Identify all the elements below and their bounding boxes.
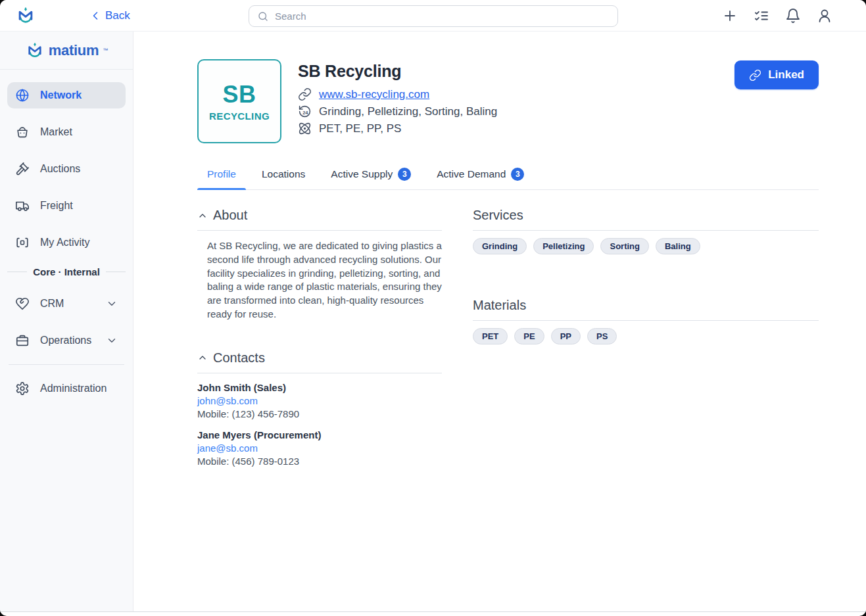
tab-label: Active Demand — [437, 168, 506, 180]
tab-active-demand[interactable]: Active Demand 3 — [427, 164, 534, 189]
link-icon — [298, 87, 312, 101]
contact-entry: John Smith (Sales) john@sb.com Mobile: (… — [197, 381, 442, 421]
left-column: About At SB Recycling, we are dedicated … — [197, 208, 442, 468]
search-box[interactable] — [249, 5, 618, 27]
sidebar-item-auctions[interactable]: Auctions — [7, 156, 126, 182]
tab-label: Locations — [262, 168, 305, 180]
about-text: At SB Recycling, we are dedicated to giv… — [207, 239, 442, 321]
matium-logo-icon — [15, 5, 36, 26]
materials-summary-row: PET, PE, PP, PS — [298, 122, 497, 135]
service-chip: Baling — [656, 238, 700, 254]
contact-entry: Jane Myers (Procurement) jane@sb.com Mob… — [197, 429, 442, 468]
service-chip: Pelletizing — [533, 238, 594, 254]
sidebar-divider — [9, 364, 124, 365]
search-input[interactable] — [275, 11, 610, 22]
brand-trademark: ™ — [103, 47, 108, 53]
section-divider — [473, 230, 819, 231]
services-section: Services Grinding Pelletizing Sorting Ba… — [473, 208, 819, 254]
add-button[interactable] — [722, 8, 738, 24]
tab-bar: Profile Locations Active Supply 3 Active… — [197, 164, 819, 190]
tasks-button[interactable] — [754, 8, 769, 24]
account-button[interactable] — [817, 8, 832, 24]
material-chip: PS — [587, 328, 617, 344]
rotate-24-icon: 24 — [298, 105, 312, 118]
section-label-text: Core · Internal — [33, 266, 100, 277]
linked-button[interactable]: Linked — [734, 60, 819, 89]
contact-email-link[interactable]: jane@sb.com — [197, 442, 258, 455]
org-logo-initials: SB — [222, 81, 256, 108]
sidebar-item-network[interactable]: Network — [7, 82, 126, 108]
contact-email-link[interactable]: john@sb.com — [197, 394, 258, 408]
sidebar-item-label: Network — [40, 89, 82, 101]
org-info: SB Recycling www.sb-recycling.com 24 Gri… — [298, 59, 497, 139]
matium-logo-icon — [25, 41, 45, 60]
notifications-button[interactable] — [785, 8, 801, 24]
sidebar-section-core-internal: Core · Internal — [7, 266, 126, 277]
atom-icon — [298, 122, 312, 135]
collapse-contacts-button[interactable] — [197, 352, 208, 363]
search-icon — [257, 11, 269, 22]
service-chip: Sorting — [600, 238, 649, 254]
sidebar-item-freight[interactable]: Freight — [7, 193, 126, 219]
list-checks-icon — [754, 8, 769, 24]
profile-columns: About At SB Recycling, we are dedicated … — [197, 208, 819, 468]
sidebar-item-label: My Activity — [40, 237, 90, 249]
contact-name: John Smith (Sales) — [197, 381, 442, 394]
sidebar-item-my-activity[interactable]: My Activity — [7, 229, 126, 256]
count-badge: 3 — [511, 168, 524, 181]
briefcase-icon — [15, 333, 30, 348]
section-title: About — [213, 208, 247, 223]
materials-section: Materials PET PE PP PS — [473, 298, 819, 344]
basket-icon — [15, 125, 30, 139]
tab-active-supply[interactable]: Active Supply 3 — [321, 164, 421, 189]
org-logo-subtitle: RECYCLING — [209, 110, 270, 122]
section-divider — [197, 230, 442, 231]
truck-icon — [15, 199, 30, 213]
bell-icon — [785, 8, 801, 24]
count-badge: 3 — [398, 168, 411, 181]
sidebar-item-label: Market — [40, 126, 72, 138]
about-heading-row: About — [197, 208, 442, 223]
sidebar-item-label: Auctions — [40, 163, 80, 175]
globe-icon — [15, 88, 30, 103]
material-chip: PET — [473, 328, 508, 344]
org-header: SB RECYCLING SB Recycling www.sb-recycli… — [197, 59, 819, 143]
sidebar-nav: Network Market Auctions Freight — [0, 70, 133, 402]
app-window: Back — [0, 0, 866, 616]
section-title: Contacts — [213, 350, 265, 366]
about-section: About At SB Recycling, we are dedicated … — [197, 208, 442, 321]
material-chip: PE — [514, 328, 544, 344]
back-button[interactable]: Back — [89, 9, 130, 22]
back-label: Back — [105, 9, 130, 22]
sidebar-item-label: Freight — [40, 200, 73, 212]
tab-profile[interactable]: Profile — [197, 164, 246, 189]
user-icon — [817, 8, 832, 24]
main-content: SB RECYCLING SB Recycling www.sb-recycli… — [134, 32, 866, 611]
tab-label: Active Supply — [331, 168, 393, 180]
tab-locations[interactable]: Locations — [252, 164, 315, 189]
topbar-actions — [722, 8, 866, 24]
contacts-heading-row: Contacts — [197, 350, 442, 366]
website-link[interactable]: www.sb-recycling.com — [319, 88, 429, 101]
contact-phone: Mobile: (456) 789-0123 — [197, 455, 442, 468]
sidebar: matium ™ Network Market Auctions — [0, 32, 133, 611]
materials-heading-row: Materials — [473, 298, 819, 313]
sidebar-item-administration[interactable]: Administration — [7, 375, 126, 402]
collapse-about-button[interactable] — [197, 210, 208, 221]
materials-chips: PET PE PP PS — [473, 328, 819, 344]
contact-phone: Mobile: (123) 456-7890 — [197, 408, 442, 421]
linked-label: Linked — [768, 68, 804, 82]
topbar: Back — [0, 0, 866, 32]
plus-icon — [722, 8, 738, 24]
chevron-down-icon — [106, 335, 118, 346]
services-chips: Grinding Pelletizing Sorting Baling — [473, 238, 819, 254]
sidebar-item-label: CRM — [40, 298, 64, 310]
sidebar-item-crm[interactable]: CRM — [7, 291, 126, 317]
sidebar-item-market[interactable]: Market — [7, 119, 126, 145]
materials-summary: PET, PE, PP, PS — [319, 122, 401, 135]
sidebar-brand: matium ™ — [0, 32, 133, 69]
material-chip: PP — [551, 328, 581, 344]
sidebar-item-operations[interactable]: Operations — [7, 327, 126, 354]
chevron-up-icon — [197, 210, 208, 221]
section-title: Services — [473, 208, 523, 223]
